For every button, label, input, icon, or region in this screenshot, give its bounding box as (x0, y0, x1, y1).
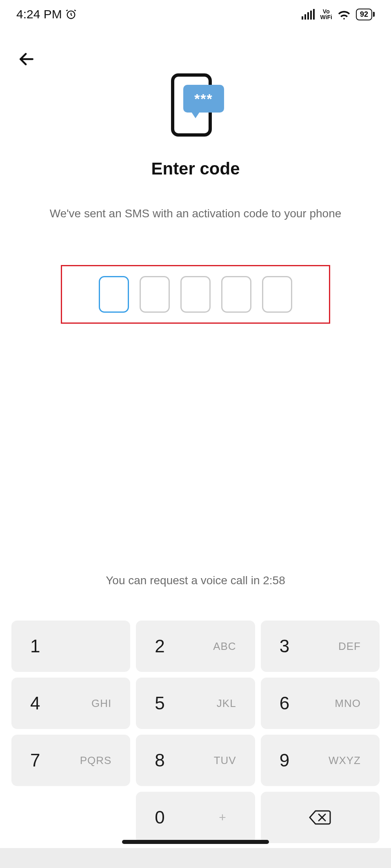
svg-rect-2 (304, 14, 306, 20)
key-letters: DEF (338, 640, 361, 653)
code-input-group (61, 265, 330, 324)
key-2[interactable]: 2 ABC (136, 621, 255, 672)
svg-rect-5 (313, 9, 315, 20)
key-5[interactable]: 5 JKL (136, 678, 255, 729)
svg-rect-3 (307, 12, 309, 20)
key-8[interactable]: 8 TUV (136, 735, 255, 786)
battery-level: 92 (356, 9, 372, 20)
header (0, 29, 391, 69)
key-digit: 0 (155, 807, 164, 828)
key-3[interactable]: 3 DEF (261, 621, 380, 672)
status-bar: 4:24 PM Vo WiFi (0, 0, 391, 29)
key-7[interactable]: 7 PQRS (11, 735, 130, 786)
bottom-strip (0, 848, 391, 868)
key-1[interactable]: 1 (11, 621, 130, 672)
hero: *** Enter code We've sent an SMS with an… (0, 69, 391, 220)
key-blank (11, 792, 130, 843)
alarm-icon (65, 9, 77, 20)
key-9[interactable]: 9 WXYZ (261, 735, 380, 786)
key-letters: TUV (214, 754, 236, 767)
vowifi-top: Vo (320, 9, 332, 14)
svg-rect-1 (302, 16, 303, 20)
key-digit: 7 (30, 750, 40, 771)
key-digit: 3 (280, 636, 289, 656)
phone-code-illustration: *** (167, 73, 224, 139)
key-letters: GHI (91, 697, 111, 710)
cell-signal-icon (302, 9, 315, 20)
page-subtitle: We've sent an SMS with an activation cod… (29, 207, 362, 220)
vowifi-bottom: WiFi (320, 14, 332, 20)
page-title: Enter code (151, 159, 240, 179)
battery-tip (373, 12, 375, 17)
key-digit: 2 (155, 636, 164, 656)
key-letters: ABC (213, 640, 236, 653)
svg-rect-4 (310, 11, 312, 20)
voice-call-countdown: You can request a voice call in 2:58 (0, 574, 391, 587)
speech-stars: *** (194, 91, 213, 107)
key-letters: + (219, 811, 227, 824)
key-4[interactable]: 4 GHI (11, 678, 130, 729)
key-digit: 4 (30, 693, 40, 713)
vowifi-indicator: Vo WiFi (320, 9, 332, 20)
battery-indicator: 92 (356, 9, 375, 20)
numeric-keypad: 1 2 ABC 3 DEF 4 GHI 5 JKL 6 MNO 7 PQRS 8… (0, 621, 391, 843)
code-digit-4[interactable] (221, 276, 251, 313)
key-digit: 8 (155, 750, 164, 771)
key-backspace[interactable] (261, 792, 380, 843)
key-0[interactable]: 0 + (136, 792, 255, 843)
key-digit: 9 (280, 750, 289, 771)
key-letters: PQRS (80, 754, 112, 767)
code-digit-5[interactable] (262, 276, 292, 313)
status-time: 4:24 PM (16, 7, 62, 21)
key-6[interactable]: 6 MNO (261, 678, 380, 729)
key-letters: WXYZ (329, 754, 361, 767)
status-left: 4:24 PM (16, 7, 77, 21)
back-button[interactable] (16, 49, 37, 69)
key-digit: 1 (30, 636, 40, 656)
key-letters: MNO (335, 697, 361, 710)
code-digit-3[interactable] (180, 276, 211, 313)
key-digit: 6 (280, 693, 289, 713)
home-indicator[interactable] (122, 840, 269, 844)
status-right: Vo WiFi 92 (302, 9, 375, 20)
speech-bubble-icon: *** (183, 85, 224, 113)
code-digit-1[interactable] (99, 276, 129, 313)
code-digit-2[interactable] (140, 276, 170, 313)
backspace-icon (309, 809, 331, 826)
wifi-icon (337, 9, 351, 20)
key-digit: 5 (155, 693, 164, 713)
key-letters: JKL (217, 697, 236, 710)
